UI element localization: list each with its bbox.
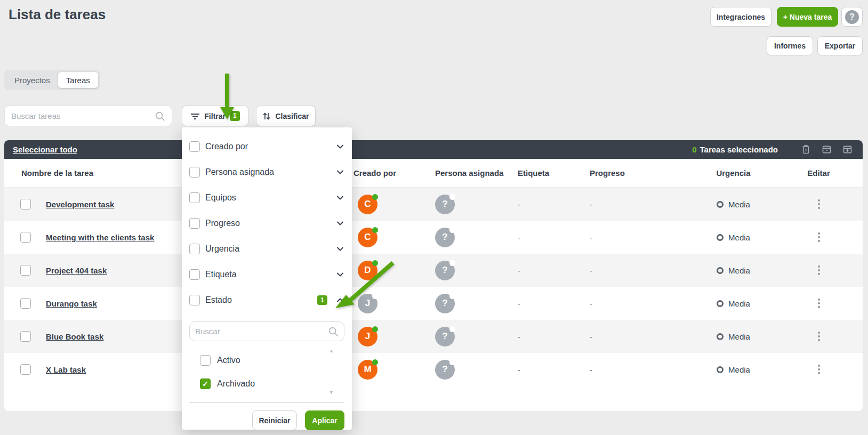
row-checkbox[interactable]	[20, 199, 31, 210]
chevron-up-icon[interactable]	[336, 296, 344, 304]
creator-avatar[interactable]: M	[358, 360, 377, 380]
creator-avatar[interactable]: C	[358, 228, 377, 247]
search-icon	[328, 326, 339, 337]
filter-group[interactable]: Estado1	[182, 287, 352, 313]
row-menu-button[interactable]	[816, 263, 822, 277]
assignee-avatar[interactable]: ?	[435, 228, 455, 247]
task-name-link[interactable]: X Lab task	[46, 365, 86, 374]
presence-dot-icon	[449, 293, 455, 299]
group-checkbox[interactable]	[189, 141, 200, 152]
filter-dropdown-panel: Creado porPersona asignadaEquiposProgres…	[182, 127, 352, 430]
reset-button[interactable]: Reiniciar	[252, 410, 297, 430]
task-name-link[interactable]: Meeting with the clients task	[46, 233, 154, 242]
filter-group[interactable]: Equipos	[182, 185, 352, 211]
tab-proyectos[interactable]: Proyectos	[6, 72, 58, 88]
row-menu-button[interactable]	[816, 296, 822, 310]
option-checkbox[interactable]	[200, 355, 211, 366]
help-button[interactable]: ?	[841, 7, 863, 27]
row-checkbox[interactable]	[20, 298, 31, 309]
assignee-avatar[interactable]: ?	[435, 195, 455, 214]
row-menu-button[interactable]	[816, 197, 822, 211]
scroll-down-icon[interactable]: ▼	[329, 390, 334, 395]
label-value: -	[513, 299, 585, 308]
kebab-dot	[818, 306, 820, 308]
integrations-button[interactable]: Integraciones	[710, 7, 771, 27]
filter-group[interactable]: Urgencia	[182, 236, 352, 262]
option-checkbox[interactable]	[200, 378, 211, 389]
task-name-link[interactable]: Durango task	[46, 299, 97, 308]
filter-button[interactable]: Filtrar 1	[182, 106, 248, 126]
label-value: -	[513, 365, 585, 374]
group-checkbox[interactable]	[189, 244, 200, 254]
row-checkbox[interactable]	[20, 364, 31, 375]
row-checkbox[interactable]	[20, 232, 31, 243]
group-checkbox[interactable]	[189, 192, 200, 203]
export-button[interactable]: Exportar	[817, 36, 863, 55]
task-name-link[interactable]: Project 404 task	[46, 266, 107, 275]
row-checkbox[interactable]	[20, 331, 31, 342]
row-menu-button[interactable]	[816, 362, 822, 376]
chevron-down-icon[interactable]	[336, 168, 344, 176]
reports-button[interactable]: Informes	[767, 36, 813, 55]
assignee-avatar[interactable]: ?	[435, 327, 455, 347]
creator-cell: C	[353, 228, 431, 247]
kebab-dot	[818, 302, 820, 304]
assignee-avatar[interactable]: ?	[435, 261, 455, 280]
tab-tareas[interactable]: Tareas	[58, 72, 98, 88]
filter-option[interactable]: Archivado	[182, 372, 352, 396]
urgency-label: Media	[728, 365, 750, 374]
scroll-up-icon[interactable]: ▲	[329, 348, 334, 353]
creator-avatar[interactable]: J	[358, 327, 377, 347]
assignee-avatar[interactable]: ?	[435, 294, 455, 313]
apply-button[interactable]: Aplicar	[305, 410, 344, 430]
progress-value: -	[585, 233, 692, 242]
bulk-unarchive-button[interactable]	[842, 144, 853, 155]
creator-cell: D	[353, 261, 431, 280]
label-value: -	[513, 332, 585, 341]
chevron-down-icon[interactable]	[336, 142, 344, 151]
chevron-down-icon[interactable]	[336, 270, 344, 279]
filter-group[interactable]: Creado por	[182, 134, 352, 159]
filter-group[interactable]: Progreso	[182, 211, 352, 236]
row-menu-button[interactable]	[816, 230, 822, 244]
presence-dot-icon	[372, 227, 378, 233]
creator-avatar[interactable]: J	[358, 294, 377, 313]
avatar-initial: D	[364, 265, 371, 276]
search-icon	[155, 111, 165, 122]
panel-search-input[interactable]	[195, 327, 328, 336]
task-name-link[interactable]: Development task	[46, 200, 114, 209]
column-header: Editar	[775, 168, 863, 178]
filter-group[interactable]: Etiqueta	[182, 262, 352, 287]
help-icon: ?	[845, 10, 859, 24]
assignee-avatar[interactable]: ?	[435, 360, 455, 380]
column-header: Etiqueta	[513, 168, 585, 178]
presence-dot-icon	[372, 194, 378, 200]
group-checkbox[interactable]	[189, 269, 200, 280]
chevron-down-icon[interactable]	[336, 194, 344, 202]
filter-button-label: Filtrar	[204, 112, 226, 120]
urgency-cell: Media	[692, 233, 775, 242]
avatar-initial: J	[365, 298, 370, 309]
select-all-link[interactable]: Seleccionar todo	[13, 145, 77, 154]
group-checkbox[interactable]	[189, 167, 200, 178]
filter-group[interactable]: Persona asignada	[182, 159, 352, 185]
task-search-input[interactable]	[11, 111, 155, 120]
presence-dot-icon	[449, 359, 455, 365]
new-task-button[interactable]: + Nueva tarea	[777, 7, 838, 27]
creator-avatar[interactable]: C	[358, 195, 377, 214]
selected-count-label: Tareas seleccionado	[700, 145, 778, 154]
edit-cell	[775, 263, 863, 277]
bulk-archive-button[interactable]	[821, 144, 832, 155]
row-checkbox[interactable]	[20, 265, 31, 276]
group-checkbox[interactable]	[189, 218, 200, 229]
filter-option[interactable]: Activo	[182, 349, 352, 372]
bulk-delete-button[interactable]	[800, 144, 811, 155]
creator-avatar[interactable]: D	[358, 261, 377, 280]
chevron-down-icon[interactable]	[336, 245, 344, 253]
row-menu-button[interactable]	[816, 329, 822, 343]
group-checkbox[interactable]	[189, 295, 200, 305]
avatar-initial: C	[364, 232, 371, 243]
sort-button[interactable]: Clasificar	[256, 106, 316, 126]
task-name-link[interactable]: Blue Book task	[46, 332, 103, 341]
chevron-down-icon[interactable]	[336, 219, 344, 228]
